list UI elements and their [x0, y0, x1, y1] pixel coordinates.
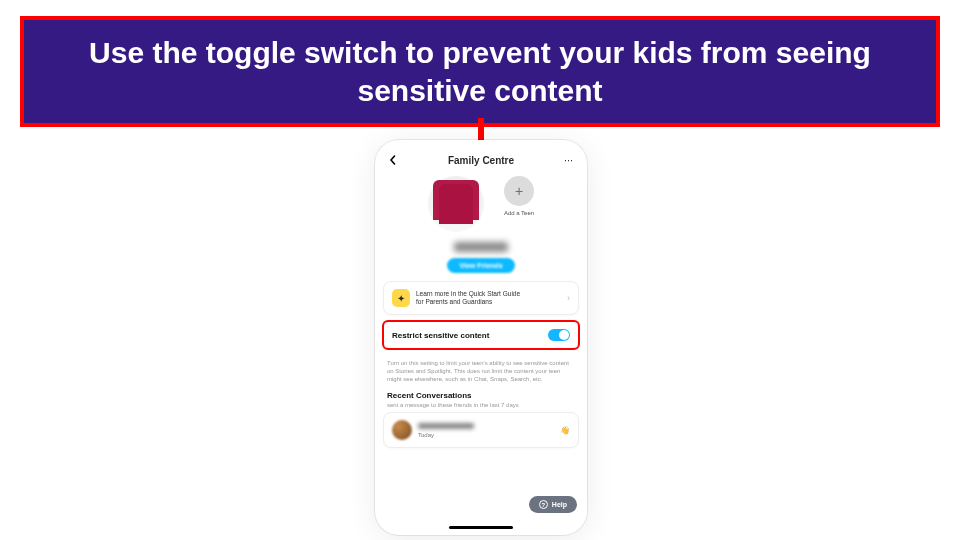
restrict-toggle[interactable] [548, 329, 570, 341]
conversation-item[interactable]: Today 👋 [383, 412, 579, 448]
instruction-callout: Use the toggle switch to prevent your ki… [20, 16, 940, 127]
guide-text: Learn more in the Quick Start Guide for … [416, 290, 561, 307]
callout-text: Use the toggle switch to prevent your ki… [44, 34, 916, 109]
recent-conversations-subtitle: sent a message to these friends in the l… [375, 402, 587, 412]
app-header: Family Centre ··· [375, 140, 587, 174]
help-label: Help [552, 501, 567, 508]
page-title: Family Centre [401, 155, 561, 166]
teen-name-redacted [454, 242, 508, 252]
home-indicator [449, 526, 513, 529]
help-icon: ? [539, 500, 548, 509]
more-icon[interactable]: ··· [561, 152, 577, 168]
phone-frame: Family Centre ··· + Add a Teen View Frie… [375, 140, 587, 535]
conversation-time: Today [418, 432, 554, 438]
add-teen-button[interactable]: + Add a Teen [504, 176, 534, 216]
chevron-right-icon: › [567, 293, 570, 303]
bitmoji-icon [439, 184, 473, 224]
recent-conversations-title: Recent Conversations [375, 389, 587, 402]
friend-name-redacted [418, 423, 474, 429]
restrict-label: Restrict sensitive content [392, 331, 489, 340]
back-button[interactable] [385, 152, 401, 168]
guide-icon: ✦ [392, 289, 410, 307]
help-button[interactable]: ? Help [529, 496, 577, 513]
add-teen-label: Add a Teen [504, 210, 534, 216]
restrict-sensitive-card: Restrict sensitive content [383, 321, 579, 349]
restrict-description: Turn on this setting to limit your teen'… [375, 355, 587, 389]
plus-icon: + [504, 176, 534, 206]
teen-avatar[interactable] [428, 176, 484, 232]
avatar-row: + Add a Teen [375, 174, 587, 236]
view-friends-button[interactable]: View Friends [447, 258, 514, 273]
quick-start-card[interactable]: ✦ Learn more in the Quick Start Guide fo… [383, 281, 579, 315]
emoji-icon: 👋 [560, 426, 570, 435]
friend-avatar [392, 420, 412, 440]
